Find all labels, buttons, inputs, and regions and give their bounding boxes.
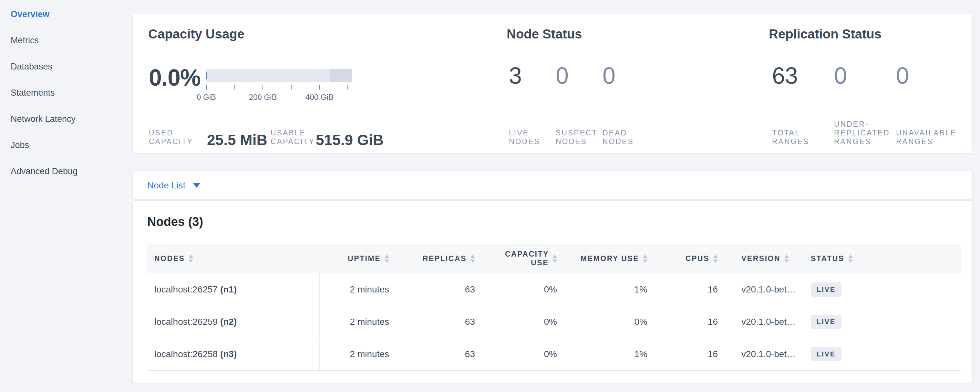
sort-arrows-icon	[385, 255, 389, 263]
node-status-labels: LIVE NODES SUSPECT NODES DEAD NODES	[509, 129, 649, 146]
axis-tick-label: 400 GiB	[305, 93, 334, 102]
node-status-title: Node Status	[507, 27, 582, 41]
capacity-use-cell: 0%	[484, 306, 569, 338]
node-address: localhost:26257	[154, 284, 218, 295]
table-row[interactable]: localhost:26257 (n1) 2 minutes 63 0% 1% …	[147, 273, 961, 306]
cpus-cell: 16	[656, 338, 726, 370]
node-name: (n3)	[220, 349, 237, 359]
under-replicated-ranges-count: 0	[834, 62, 896, 89]
uptime-cell: 2 minutes	[319, 338, 397, 370]
capacity-gauge-axis: 0 GiB 200 GiB 400 GiB	[206, 85, 352, 108]
sidebar-item-network-latency[interactable]: Network Latency	[11, 114, 127, 140]
column-header-capacity-use[interactable]: CAPACITY USE	[484, 244, 569, 273]
node-list-dropdown-label: Node List	[147, 180, 185, 191]
sort-arrows-icon	[471, 255, 475, 263]
replication-status-labels: TOTAL RANGES UNDER-REPLICATED RANGES UNA…	[772, 120, 958, 146]
column-header-cpus[interactable]: CPUS	[656, 244, 726, 273]
total-ranges-count: 63	[772, 62, 834, 89]
axis-tick	[319, 85, 320, 89]
suspect-nodes-count: 0	[556, 62, 603, 89]
axis-tick	[291, 85, 291, 89]
dead-nodes-count: 0	[603, 62, 649, 89]
dead-nodes-label: DEAD NODES	[603, 129, 649, 146]
sort-arrows-icon	[784, 255, 789, 263]
replicas-cell: 63	[397, 273, 484, 306]
column-header-uptime[interactable]: UPTIME	[319, 244, 397, 273]
under-replicated-ranges-label: UNDER-REPLICATED RANGES	[834, 120, 894, 146]
axis-tick-label: 0 GiB	[197, 93, 216, 102]
sort-arrows-icon	[552, 255, 557, 263]
cluster-summary-card: Capacity Usage 0.0% 0 GiB 200 GiB 400 Gi…	[132, 14, 972, 153]
column-header-nodes[interactable]: NODES	[147, 244, 319, 273]
used-capacity-value: 25.5 MiB	[207, 131, 267, 149]
nodes-heading: Nodes (3)	[147, 215, 203, 229]
uptime-cell: 2 minutes	[319, 273, 397, 306]
replication-status-numbers: 63 0 0	[772, 62, 958, 89]
sidebar-item-jobs[interactable]: Jobs	[11, 140, 127, 166]
total-ranges-label: TOTAL RANGES	[772, 129, 832, 146]
sidebar-item-databases[interactable]: Databases	[11, 61, 127, 88]
capacity-usage-title: Capacity Usage	[148, 27, 245, 41]
sidebar-item-statements[interactable]: Statements	[11, 88, 127, 114]
live-nodes-count: 3	[509, 62, 556, 89]
used-capacity-label: USED CAPACITY	[149, 129, 197, 146]
column-header-replicas[interactable]: REPLICAS	[397, 244, 484, 273]
node-name: (n2)	[220, 317, 237, 327]
table-header-row: NODES UPTIME REPLICAS CAPACITY USE MEMOR…	[147, 244, 961, 273]
live-nodes-label: LIVE NODES	[509, 129, 556, 146]
usable-capacity-value: 515.9 GiB	[316, 131, 383, 149]
memory-use-cell: 1%	[569, 273, 656, 306]
nodes-table-card: Nodes (3) NODES UPTIME REPLICAS CAPACITY…	[132, 200, 972, 383]
node-list-dropdown[interactable]: Node List	[147, 171, 200, 200]
capacity-gauge-bar	[206, 69, 352, 82]
table-row[interactable]: localhost:26258 (n3) 2 minutes 63 0% 1% …	[147, 338, 961, 370]
nodes-table: NODES UPTIME REPLICAS CAPACITY USE MEMOR…	[147, 244, 961, 371]
sort-arrows-icon	[189, 255, 193, 263]
table-row[interactable]: localhost:26259 (n2) 2 minutes 63 0% 0% …	[147, 306, 961, 338]
version-cell: v20.1.0-bet…	[726, 306, 798, 338]
node-name: (n1)	[220, 284, 237, 295]
node-address: localhost:26259	[154, 317, 218, 327]
version-cell: v20.1.0-bet…	[726, 338, 798, 370]
column-header-status[interactable]: STATUS	[798, 244, 961, 273]
capacity-use-cell: 0%	[484, 338, 569, 370]
axis-tick	[234, 85, 235, 89]
version-cell: v20.1.0-bet…	[726, 273, 798, 306]
suspect-nodes-label: SUSPECT NODES	[556, 129, 603, 146]
sidebar-item-metrics[interactable]: Metrics	[11, 35, 127, 61]
capacity-gauge-dark-segment	[330, 69, 352, 82]
cpus-cell: 16	[656, 273, 726, 306]
sidebar-item-overview[interactable]: Overview	[11, 9, 127, 35]
replicas-cell: 63	[397, 306, 484, 338]
capacity-gauge-used-marker	[206, 72, 207, 79]
sort-arrows-icon	[713, 255, 718, 263]
sort-arrows-icon	[643, 255, 648, 263]
axis-tick	[347, 85, 348, 89]
status-badge: LIVE	[811, 315, 842, 329]
capacity-use-cell: 0%	[484, 273, 569, 306]
status-badge: LIVE	[811, 282, 842, 297]
axis-tick-label: 200 GiB	[249, 93, 277, 102]
caret-down-icon	[193, 183, 200, 188]
replicas-cell: 63	[397, 338, 484, 370]
admin-ui-overview-page: Overview Metrics Databases Statements Ne…	[0, 0, 980, 392]
capacity-percent-value: 0.0%	[149, 64, 200, 91]
column-header-memory-use[interactable]: MEMORY USE	[569, 244, 656, 273]
sidebar: Overview Metrics Databases Statements Ne…	[0, 0, 127, 392]
uptime-cell: 2 minutes	[319, 306, 397, 338]
memory-use-cell: 1%	[569, 338, 656, 370]
sidebar-item-advanced-debug[interactable]: Advanced Debug	[11, 166, 127, 192]
axis-tick	[262, 85, 263, 89]
axis-tick	[206, 85, 207, 89]
column-header-version[interactable]: VERSION	[726, 244, 798, 273]
sort-arrows-icon	[848, 255, 853, 263]
view-selector-card: Node List	[132, 170, 972, 200]
memory-use-cell: 0%	[569, 306, 656, 338]
unavailable-ranges-count: 0	[896, 62, 958, 89]
unavailable-ranges-label: UNAVAILABLE RANGES	[896, 129, 958, 146]
node-status-numbers: 3 0 0	[509, 62, 649, 89]
usable-capacity-label: USABLE CAPACITY	[270, 129, 322, 146]
cpus-cell: 16	[656, 306, 726, 338]
replication-status-title: Replication Status	[769, 27, 881, 41]
status-badge: LIVE	[811, 347, 842, 361]
